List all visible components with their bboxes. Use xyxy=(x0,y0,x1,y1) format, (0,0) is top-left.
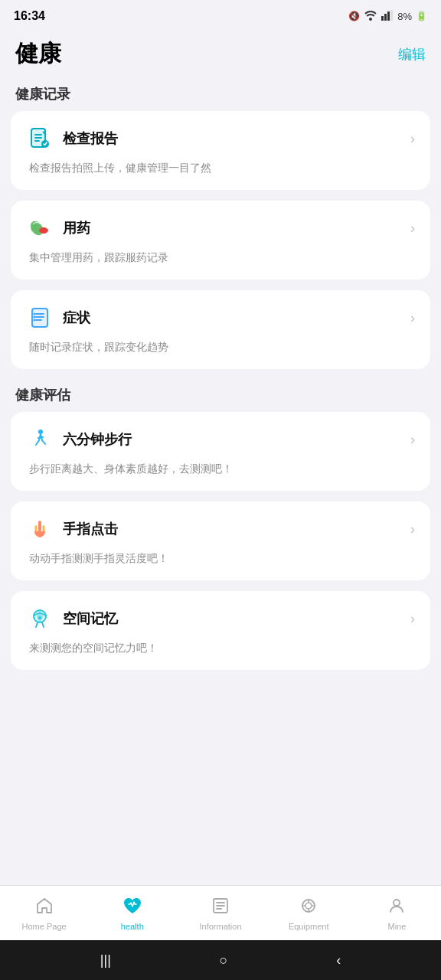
card-walk[interactable]: 六分钟步行 › 步行距离越大、身体素质越好，去测测吧！ xyxy=(11,412,430,491)
card-walk-title-row: 六分钟步行 xyxy=(26,426,132,453)
card-medicine-desc: 集中管理用药，跟踪服药记录 xyxy=(26,250,415,266)
svg-point-14 xyxy=(34,316,36,318)
medicine-chevron: › xyxy=(410,220,415,237)
symptom-icon xyxy=(26,304,54,332)
card-report-title: 检查报告 xyxy=(63,129,118,148)
card-medicine-title-row: 用药 xyxy=(26,214,90,242)
nav-information[interactable]: Information xyxy=(176,897,264,931)
card-memory-title-row: 空间记忆 xyxy=(26,605,118,632)
page-header: 健康 编辑 xyxy=(0,31,441,79)
section-assessment-title: 健康评估 xyxy=(0,380,441,412)
nav-home-label: Home Page xyxy=(22,922,67,931)
home-indicator: ||| ○ ‹ xyxy=(0,940,441,980)
card-memory[interactable]: 空间记忆 › 来测测您的空间记忆力吧！ xyxy=(11,591,430,670)
finger-chevron: › xyxy=(410,521,415,537)
card-finger-title-row: 手指点击 xyxy=(26,515,118,543)
symptom-chevron: › xyxy=(410,310,415,326)
svg-point-13 xyxy=(34,313,36,315)
card-medicine-title: 用药 xyxy=(63,219,90,237)
back-gesture[interactable]: ||| xyxy=(100,952,111,969)
svg-point-0 xyxy=(369,18,372,21)
card-symptom-title: 症状 xyxy=(63,309,90,327)
card-finger-header: 手指点击 › xyxy=(26,515,415,543)
nav-health-label: health xyxy=(121,922,144,931)
equipment-icon xyxy=(299,897,318,920)
nav-information-label: Information xyxy=(199,922,241,931)
card-walk-header: 六分钟步行 › xyxy=(26,426,415,453)
card-symptom[interactable]: 症状 › 随时记录症状，跟踪变化趋势 xyxy=(11,290,430,369)
section-records-title: 健康记录 xyxy=(0,79,441,111)
card-finger[interactable]: 手指点击 › 动动手指测测手指灵活度吧！ xyxy=(11,501,430,580)
card-walk-title: 六分钟步行 xyxy=(63,430,132,449)
memory-chevron: › xyxy=(410,611,415,627)
card-report-desc: 检查报告拍照上传，健康管理一目了然 xyxy=(26,160,415,176)
walk-chevron: › xyxy=(410,432,415,448)
card-finger-title: 手指点击 xyxy=(63,520,118,538)
page-title: 健康 xyxy=(15,38,61,70)
home-gesture[interactable]: ○ xyxy=(220,952,228,969)
status-icons: 🔇 8% 🔋 xyxy=(348,10,427,23)
card-symptom-desc: 随时记录症状，跟踪变化趋势 xyxy=(26,339,415,355)
card-medicine-header: 用药 › xyxy=(26,214,415,242)
medicine-icon xyxy=(26,214,54,242)
mine-icon xyxy=(387,897,406,920)
svg-rect-3 xyxy=(387,11,390,21)
edit-button[interactable]: 编辑 xyxy=(398,45,426,64)
wifi-icon xyxy=(364,10,377,23)
card-report[interactable]: 检查报告 › 检查报告拍照上传，健康管理一目了然 xyxy=(11,111,430,190)
svg-point-21 xyxy=(305,903,312,909)
status-bar: 16:34 🔇 8% 🔋 xyxy=(0,0,441,31)
nav-mine[interactable]: Mine xyxy=(353,897,441,931)
card-memory-title: 空间记忆 xyxy=(63,609,118,628)
finger-icon xyxy=(26,515,54,543)
svg-rect-4 xyxy=(390,10,393,21)
nav-mine-label: Mine xyxy=(387,922,406,931)
nav-health[interactable]: health xyxy=(88,897,176,931)
nav-equipment-label: Equipment xyxy=(289,922,329,931)
battery-icon: 🔋 xyxy=(416,11,427,21)
svg-rect-1 xyxy=(381,16,384,21)
report-icon xyxy=(26,125,54,152)
information-icon xyxy=(211,897,230,920)
signal-icon xyxy=(381,10,394,23)
memory-icon xyxy=(26,605,54,632)
walk-icon xyxy=(26,426,54,453)
content-area: 健康记录 检查报告 › 检查报告拍照上传，健康管理一目了然 xyxy=(0,79,441,681)
bottom-nav: Home Page health Information Equ xyxy=(0,885,441,940)
card-memory-header: 空间记忆 › xyxy=(26,605,415,632)
recents-gesture[interactable]: ‹ xyxy=(336,952,341,969)
card-finger-desc: 动动手指测测手指灵活度吧！ xyxy=(26,550,415,567)
card-walk-desc: 步行距离越大、身体素质越好，去测测吧！ xyxy=(26,461,415,477)
svg-point-22 xyxy=(394,900,400,906)
card-medicine[interactable]: 用药 › 集中管理用药，跟踪服药记录 xyxy=(11,201,430,279)
mute-icon: 🔇 xyxy=(348,11,360,21)
nav-equipment[interactable]: Equipment xyxy=(265,897,353,931)
report-chevron: › xyxy=(410,131,415,147)
battery-text: 8% xyxy=(397,11,412,22)
nav-home[interactable]: Home Page xyxy=(0,897,88,931)
card-symptom-title-row: 症状 xyxy=(26,304,90,332)
card-symptom-header: 症状 › xyxy=(26,304,415,332)
status-time: 16:34 xyxy=(14,9,45,23)
health-icon xyxy=(122,897,142,920)
card-report-header: 检查报告 › xyxy=(26,125,415,152)
card-report-title-row: 检查报告 xyxy=(26,125,118,152)
svg-point-18 xyxy=(38,616,41,619)
svg-rect-2 xyxy=(384,14,387,21)
home-icon xyxy=(35,897,54,920)
card-memory-desc: 来测测您的空间记忆力吧！ xyxy=(26,640,415,656)
svg-point-15 xyxy=(34,319,36,322)
